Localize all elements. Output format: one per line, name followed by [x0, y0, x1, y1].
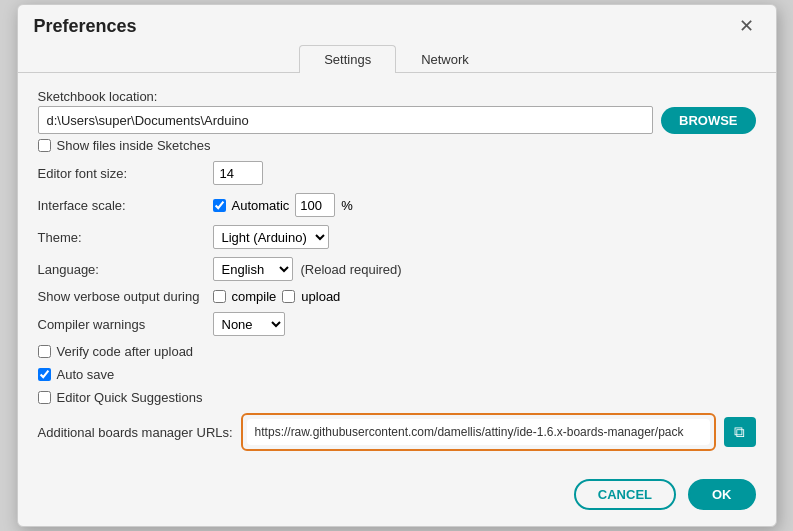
sketchbook-path-input[interactable] [38, 106, 654, 134]
sketchbook-path-row: BROWSE [38, 106, 756, 134]
scale-controls: Automatic % [213, 193, 353, 217]
show-files-checkbox[interactable] [38, 139, 51, 152]
show-files-label: Show files inside Sketches [57, 138, 211, 153]
compiler-warnings-label: Compiler warnings [38, 317, 213, 332]
compiler-warnings-row: Compiler warnings None Default More All [38, 312, 756, 336]
scale-unit: % [341, 198, 353, 213]
verbose-upload-checkbox[interactable] [282, 290, 295, 303]
dialog-title: Preferences [34, 16, 137, 37]
theme-label: Theme: [38, 230, 213, 245]
close-button[interactable]: ✕ [733, 15, 760, 37]
verbose-row: Show verbose output during compile uploa… [38, 289, 756, 304]
browse-button[interactable]: BROWSE [661, 107, 756, 134]
verbose-controls: compile upload [213, 289, 341, 304]
boards-url-highlight [241, 413, 716, 451]
auto-scale-checkbox[interactable] [213, 199, 226, 212]
auto-save-row: Auto save [38, 367, 756, 382]
verify-code-checkbox[interactable] [38, 345, 51, 358]
settings-content: Sketchbook location: BROWSE Show files i… [18, 73, 776, 467]
language-label: Language: [38, 262, 213, 277]
sketchbook-location-label: Sketchbook location: [38, 89, 756, 104]
tabs-bar: Settings Network [18, 45, 776, 73]
editor-quick-row: Editor Quick Suggestions [38, 390, 756, 405]
scale-number-input[interactable] [295, 193, 335, 217]
compiler-warnings-select[interactable]: None Default More All [213, 312, 285, 336]
auto-scale-label: Automatic [232, 198, 290, 213]
dialog-footer: CANCEL OK [18, 467, 776, 526]
theme-row: Theme: Light (Arduino) Dark [38, 225, 756, 249]
theme-select[interactable]: Light (Arduino) Dark [213, 225, 329, 249]
copy-url-button[interactable]: ⧉ [724, 417, 756, 447]
font-size-row: Editor font size: [38, 161, 756, 185]
preferences-dialog: Preferences ✕ Settings Network Sketchboo… [17, 4, 777, 527]
font-size-input[interactable] [213, 161, 263, 185]
editor-quick-checkbox[interactable] [38, 391, 51, 404]
editor-quick-label: Editor Quick Suggestions [57, 390, 203, 405]
tab-settings[interactable]: Settings [299, 45, 396, 73]
interface-scale-row: Interface scale: Automatic % [38, 193, 756, 217]
interface-scale-label: Interface scale: [38, 198, 213, 213]
boards-url-row: Additional boards manager URLs: ⧉ [38, 413, 756, 451]
verbose-upload-label: upload [301, 289, 340, 304]
boards-url-label: Additional boards manager URLs: [38, 425, 233, 440]
auto-save-label: Auto save [57, 367, 115, 382]
verbose-compile-label: compile [232, 289, 277, 304]
language-select[interactable]: English Deutsch Français Español [213, 257, 293, 281]
verify-code-label: Verify code after upload [57, 344, 194, 359]
auto-save-checkbox[interactable] [38, 368, 51, 381]
compiler-controls: None Default More All [213, 312, 285, 336]
language-row: Language: English Deutsch Français Españ… [38, 257, 756, 281]
verbose-compile-checkbox[interactable] [213, 290, 226, 303]
boards-url-input[interactable] [247, 419, 710, 445]
cancel-button[interactable]: CANCEL [574, 479, 676, 510]
show-files-row: Show files inside Sketches [38, 138, 756, 153]
tab-network[interactable]: Network [396, 45, 494, 73]
ok-button[interactable]: OK [688, 479, 756, 510]
reload-note: (Reload required) [301, 262, 402, 277]
dialog-header: Preferences ✕ [18, 5, 776, 37]
copy-icon: ⧉ [734, 423, 745, 441]
font-size-label: Editor font size: [38, 166, 213, 181]
verbose-label: Show verbose output during [38, 289, 213, 304]
verify-code-row: Verify code after upload [38, 344, 756, 359]
